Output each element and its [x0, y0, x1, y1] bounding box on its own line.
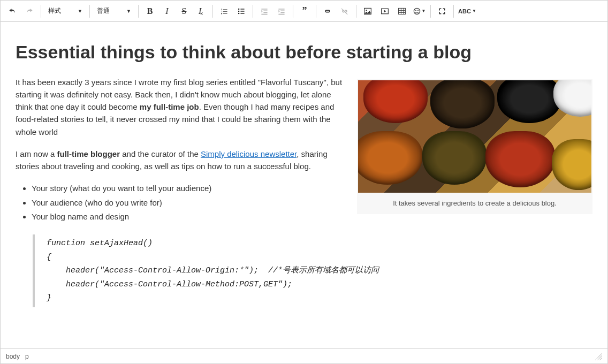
- separator: [453, 5, 454, 18]
- svg-point-8: [415, 10, 416, 11]
- svg-point-7: [414, 8, 420, 14]
- maximize-button[interactable]: [434, 3, 451, 20]
- styles-dropdown[interactable]: 样式 ▼: [44, 3, 87, 20]
- emoji-button[interactable]: ▼: [411, 3, 428, 20]
- link-button[interactable]: [319, 3, 336, 20]
- separator: [138, 5, 139, 18]
- format-dropdown[interactable]: 普通 ▼: [93, 3, 135, 20]
- bulleted-list-button[interactable]: [233, 3, 250, 20]
- figure-image[interactable]: [358, 80, 591, 193]
- maximize-icon: [438, 7, 446, 16]
- unlink-icon: [340, 7, 349, 16]
- remove-format-x-icon: x: [200, 11, 203, 16]
- outdent-icon: [260, 7, 269, 16]
- svg-point-1: [238, 10, 239, 11]
- remove-format-button[interactable]: Ix: [193, 3, 210, 20]
- outdent-button[interactable]: [256, 3, 273, 20]
- styles-label: 样式: [48, 6, 61, 16]
- blockquote-button[interactable]: ”: [296, 3, 313, 20]
- resize-handle[interactable]: [595, 353, 602, 360]
- figure-caption[interactable]: It takes several ingredients to create a…: [358, 193, 591, 213]
- chevron-down-icon: ▼: [78, 9, 82, 14]
- separator: [89, 5, 90, 18]
- editable-content[interactable]: Essential things to think about before s…: [1, 22, 607, 348]
- elements-path-bar: body p: [1, 348, 607, 363]
- italic-button[interactable]: I: [158, 3, 176, 20]
- media-embed-icon: [381, 7, 389, 16]
- svg-rect-6: [399, 8, 406, 14]
- chevron-down-icon: ▼: [126, 9, 131, 14]
- numbered-list-icon: [220, 7, 229, 16]
- spellcheck-button[interactable]: ABC ▼: [457, 3, 478, 20]
- strike-button[interactable]: S: [176, 3, 193, 20]
- numbered-list-button[interactable]: [216, 3, 233, 20]
- svg-point-2: [238, 12, 239, 13]
- heading[interactable]: Essential things to think about before s…: [16, 38, 592, 66]
- bold-button[interactable]: B: [141, 3, 158, 20]
- spellcheck-label: ABC: [458, 8, 471, 14]
- separator: [356, 5, 356, 18]
- image-icon: [363, 7, 372, 16]
- link[interactable]: Simply delicious newsletter: [201, 149, 297, 158]
- ckeditor-frame: 样式 ▼ 普通 ▼ B I S Ix ”: [0, 0, 608, 364]
- svg-point-4: [366, 10, 367, 11]
- chevron-down-icon: ▼: [472, 9, 476, 13]
- separator: [41, 5, 41, 18]
- unlink-button[interactable]: [336, 3, 353, 20]
- separator: [430, 5, 431, 18]
- separator: [212, 5, 213, 18]
- chevron-down-icon: ▼: [422, 9, 426, 13]
- image-button[interactable]: [359, 3, 376, 20]
- format-label: 普通: [97, 6, 110, 16]
- media-embed-button[interactable]: [376, 3, 393, 20]
- separator: [316, 5, 316, 18]
- redo-button[interactable]: [21, 3, 38, 20]
- toolbar: 样式 ▼ 普通 ▼ B I S Ix ”: [1, 1, 607, 22]
- code-block[interactable]: function setAjaxHead() { header("Access-…: [47, 237, 592, 305]
- figure[interactable]: It takes several ingredients to create a…: [357, 79, 592, 214]
- path-segment-body[interactable]: body: [6, 353, 20, 360]
- table-icon: [398, 7, 406, 16]
- svg-point-9: [417, 10, 419, 11]
- undo-icon: [8, 7, 17, 16]
- separator: [253, 5, 253, 18]
- link-icon: [323, 7, 332, 16]
- table-button[interactable]: [393, 3, 411, 20]
- content-wrap: Essential things to think about before s…: [1, 22, 607, 348]
- bulleted-list-icon: [237, 7, 246, 16]
- bold-text: full-time blogger: [57, 149, 120, 158]
- path-segment-p[interactable]: p: [25, 353, 29, 360]
- svg-point-0: [238, 8, 239, 9]
- blockquote[interactable]: function setAjaxHead() { header("Access-…: [33, 234, 592, 307]
- redo-icon: [25, 7, 34, 16]
- emoji-icon: [413, 7, 421, 16]
- indent-icon: [277, 7, 286, 16]
- undo-button[interactable]: [4, 3, 21, 20]
- text: and the curator of the: [120, 149, 201, 158]
- text: I am now a: [16, 149, 57, 158]
- separator: [293, 5, 293, 18]
- indent-button[interactable]: [273, 3, 290, 20]
- bold-text: my full-time job: [140, 102, 199, 111]
